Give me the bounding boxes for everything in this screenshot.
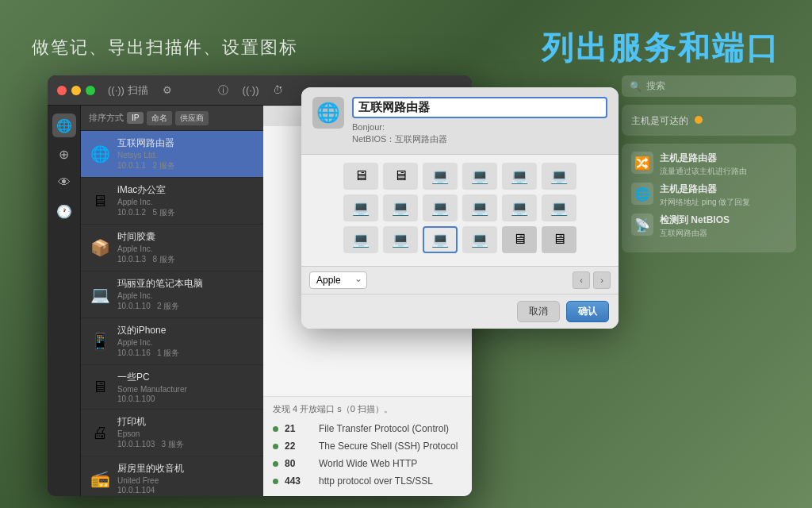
icon-cell-macbook5[interactable]: 💻: [502, 194, 537, 221]
icon-cell-macbook6[interactable]: 💻: [542, 194, 576, 221]
port-item: 80 World Wide Web HTTP: [273, 455, 462, 472]
info-title: 主机是路由器: [660, 152, 787, 165]
port-description: http protocol over TLS/SSL: [319, 475, 433, 487]
device-manufacturer: Apple Inc.: [117, 291, 255, 300]
device-info: iMac办公室 Apple Inc. 10.0.1.2 5 服务: [117, 183, 255, 218]
port-description: World Wide Web HTTP: [319, 458, 417, 469]
device-item[interactable]: 💻 玛丽亚的笔记本电脑 Apple Inc. 10.0.1.10 2 服务: [81, 271, 263, 318]
info-row-text: 主机是路由器 对网络地址 ping 做了回复: [660, 183, 787, 207]
info-items-card: 🔀 主机是路由器 流量通过该主机进行路由 🌐 主机是路由器 对网络地址 ping…: [622, 144, 796, 252]
search-placeholder[interactable]: 搜索: [646, 79, 665, 93]
sort-vendor-button[interactable]: 供应商: [175, 111, 209, 125]
info-title: 主机是路由器: [660, 183, 787, 196]
port-dot: [273, 479, 278, 484]
device-ip: 10.0.1.16 1 服务: [117, 348, 255, 359]
port-dot: [273, 444, 278, 449]
right-panel: 🔍 搜索 主机是可达的 🔀 主机是路由器 流量通过该主机进行路由 🌐 主机是路由…: [622, 75, 796, 484]
info-row-text: 检测到 NetBIOS 互联网路由器: [660, 214, 787, 238]
icon-cell-mb4[interactable]: 💻: [462, 226, 497, 253]
device-info: 玛丽亚的笔记本电脑 Apple Inc. 10.0.1.10 2 服务: [117, 277, 255, 312]
device-icon: 📱: [89, 330, 111, 352]
info-row-icon: 🌐: [631, 183, 653, 205]
sort-name-button[interactable]: 命名: [147, 111, 172, 125]
device-ip: 10.0.1.3 8 服务: [117, 254, 255, 265]
device-item[interactable]: 📱 汉的iPhone Apple Inc. 10.0.1.16 1 服务: [81, 318, 263, 365]
icon-cell-laptop4[interactable]: 💻: [542, 163, 576, 190]
icon-cell-mb1[interactable]: 💻: [343, 226, 378, 253]
overlay-device-row: 🌐 Bonjour: NetBIOS：互联网路由器: [312, 97, 607, 146]
info-row-icon: 📡: [631, 214, 653, 236]
overlay-device-info: Bonjour: NetBIOS：互联网路由器: [352, 97, 607, 146]
icon-cell-macbook1[interactable]: 💻: [343, 194, 378, 221]
icon-cell-router[interactable]: 🖥: [343, 163, 378, 190]
port-item: 443 http protocol over TLS/SSL: [273, 472, 462, 490]
icon-cell-laptop2[interactable]: 💻: [462, 163, 497, 190]
banner-right-text: 列出服务和端口: [542, 26, 780, 70]
icon-cell-mb3-selected[interactable]: 💻: [423, 226, 458, 253]
device-ip: 10.0.1.10 2 服务: [117, 301, 255, 312]
port-dot: [273, 426, 278, 432]
icon-cell-tower2[interactable]: 🖥: [542, 226, 576, 253]
device-icon: 📻: [89, 468, 111, 490]
info-desc: 流量通过该主机进行路由: [660, 166, 787, 176]
sort-ip-button[interactable]: IP: [127, 112, 144, 124]
port-number: 21: [285, 423, 312, 434]
device-item[interactable]: 📦 时间胶囊 Apple Inc. 10.0.1.3 8 服务: [81, 225, 263, 271]
sidebar-item-clock[interactable]: 🕐: [52, 199, 76, 223]
timer-icon[interactable]: ⏱: [273, 84, 283, 96]
traffic-lights: [57, 86, 95, 95]
device-ip: 10.0.1.100: [117, 394, 255, 403]
icon-cell-macbook2[interactable]: 💻: [383, 194, 418, 221]
device-item[interactable]: 🖨 打印机 Epson 10.0.1.103 3 服务: [81, 410, 263, 456]
device-info: 互联网路由器 Netsys Ltd. 10.0.1.1 2 服务: [117, 137, 255, 171]
device-manufacturer: Netsys Ltd.: [117, 151, 255, 160]
minimize-button[interactable]: [71, 86, 81, 95]
info-icon[interactable]: ⓘ: [218, 83, 228, 98]
nav-arrows: ‹ ›: [573, 271, 611, 289]
vendor-select[interactable]: Apple Cisco Netgear: [309, 271, 367, 289]
device-info: 一些PC Some Manufacturer 10.0.1.100: [117, 371, 255, 403]
maximize-button[interactable]: [86, 86, 95, 95]
icon-cell-mb2[interactable]: 💻: [383, 226, 418, 253]
cancel-button[interactable]: 取消: [517, 301, 560, 322]
icon-grid-row-1: 🖥 🖥 💻 💻 💻 💻: [309, 163, 611, 190]
device-name-input[interactable]: [352, 97, 607, 118]
sort-label: 排序方式: [89, 112, 124, 124]
sidebar-item-target[interactable]: ⊕: [52, 142, 76, 166]
overlay-device-icon: 🌐: [312, 97, 344, 129]
icon-cell-macbook3[interactable]: 💻: [423, 194, 458, 221]
icon-cell-laptop1[interactable]: 💻: [423, 163, 458, 190]
device-name: iMac办公室: [117, 183, 255, 197]
port-item: 22 The Secure Shell (SSH) Protocol: [273, 437, 462, 455]
icon-cell-laptop3[interactable]: 💻: [502, 163, 537, 190]
confirm-button[interactable]: 确认: [566, 301, 609, 322]
icon-cell-imac[interactable]: 🖥: [383, 163, 418, 190]
icon-cell-macbook4[interactable]: 💻: [462, 194, 497, 221]
info-row: 🌐 主机是路由器 对网络地址 ping 做了回复: [631, 183, 787, 207]
port-dot: [273, 461, 278, 467]
nav-prev-button[interactable]: ‹: [573, 271, 590, 289]
info-desc: 互联网路由器: [660, 228, 787, 238]
port-number: 80: [285, 458, 312, 469]
services-section: 发现 4 开放端口 s（0 扫描）。 21 File Transfer Prot…: [263, 396, 472, 496]
device-item[interactable]: 📻 厨房里的收音机 United Free 10.0.1.104: [81, 456, 263, 496]
settings-icon[interactable]: ⚙: [163, 84, 172, 96]
title-bar-icons: ((·)) 扫描 ⚙ ⓘ ((·)) ⏱: [108, 83, 283, 98]
port-list: 21 File Transfer Protocol (Control) 22 T…: [273, 420, 462, 490]
info-items: 🔀 主机是路由器 流量通过该主机进行路由 🌐 主机是路由器 对网络地址 ping…: [631, 152, 787, 238]
icon-cell-tower1[interactable]: 🖥: [502, 226, 537, 253]
nav-next-button[interactable]: ›: [593, 271, 611, 289]
sidebar-item-eye[interactable]: 👁: [52, 171, 76, 194]
wifi-scan-icon[interactable]: ((·)) 扫描: [108, 83, 148, 98]
device-item[interactable]: 🖥 iMac办公室 Apple Inc. 10.0.1.2 5 服务: [81, 178, 263, 225]
sidebar-item-globe[interactable]: 🌐: [52, 114, 76, 137]
wifi-icon[interactable]: ((·)): [243, 84, 259, 96]
close-button[interactable]: [57, 86, 67, 95]
device-item[interactable]: 🌐 互联网路由器 Netsys Ltd. 10.0.1.1 2 服务: [81, 131, 263, 178]
icon-grid: 🖥 🖥 💻 💻 💻 💻 💻 💻 💻 💻 💻 💻 💻 💻 💻 💻 🖥 🖥: [301, 155, 619, 266]
device-name: 玛丽亚的笔记本电脑: [117, 277, 255, 291]
device-name: 互联网路由器: [117, 137, 255, 150]
search-box: 🔍 搜索: [622, 75, 796, 97]
device-item[interactable]: 🖥 一些PC Some Manufacturer 10.0.1.100: [81, 365, 263, 410]
port-description: File Transfer Protocol (Control): [319, 423, 449, 434]
